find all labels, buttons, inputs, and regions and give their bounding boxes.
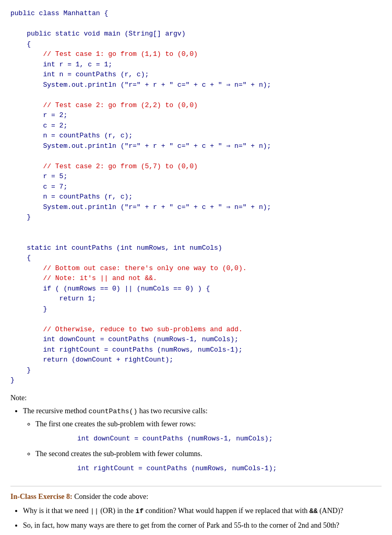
code-line: int rightCount = countPaths (numRows, nu… bbox=[10, 345, 382, 355]
code-line-comment: // Note: it's || and not &&. bbox=[10, 273, 382, 284]
code-line: if ( (numRows == 0) || (numCols == 0) ) … bbox=[10, 284, 382, 294]
code-line: { bbox=[10, 39, 382, 50]
exercise-bullet-1: Why is it that we need || (OR) in the if… bbox=[23, 505, 382, 517]
code-line-comment: // Test case 1: go from (1,1) to (0,0) bbox=[10, 49, 382, 60]
code-line bbox=[10, 314, 382, 324]
code-line-comment: // Test case 2: go from (5,7) to (0,0) bbox=[10, 161, 382, 172]
code-line-comment: // Test case 2: go from (2,2) to (0,0) bbox=[10, 100, 382, 111]
exercise-header: In-Class Exercise 8: Consider the code a… bbox=[10, 493, 382, 501]
note-label: Note: bbox=[10, 394, 382, 402]
code-line: r = 2; bbox=[10, 110, 382, 121]
code-line: n = countPaths (r, c); bbox=[10, 131, 382, 141]
code-line: } bbox=[10, 304, 382, 315]
note-sub-bullet-1: The first one creates the sub-problem wi… bbox=[35, 418, 382, 444]
exercise-section: In-Class Exercise 8: Consider the code a… bbox=[10, 486, 382, 531]
code-line bbox=[10, 90, 382, 100]
if-keyword: if bbox=[135, 507, 144, 515]
code-line: System.out.println ("r=" + r + " c=" + c… bbox=[10, 80, 382, 90]
code-example-downcount: int downCount = countPaths (numRows-1, n… bbox=[77, 434, 382, 444]
code-line: } bbox=[10, 375, 382, 386]
code-line: c = 2; bbox=[10, 121, 382, 131]
note-bullet-1: The recursive method countPaths() has tw… bbox=[23, 405, 382, 474]
note-bullets: The recursive method countPaths() has tw… bbox=[23, 405, 382, 474]
code-line: { bbox=[10, 253, 382, 263]
code-line: r = 5; bbox=[10, 171, 382, 182]
or-operator: || bbox=[90, 507, 99, 515]
exercise-bullet-2: So, in fact, how many ways are there to … bbox=[23, 520, 382, 531]
and-operator: && bbox=[310, 507, 318, 515]
code-line-comment: // Otherwise, reduce to two sub-problems… bbox=[10, 324, 382, 335]
note-sub-bullet-2: The second creates the sub-problem with … bbox=[35, 448, 382, 474]
code-container: public class Manhattan { public static v… bbox=[10, 8, 382, 386]
code-line: c = 7; bbox=[10, 182, 382, 192]
code-line bbox=[10, 223, 382, 233]
exercise-label: In-Class Exercise 8: bbox=[10, 493, 73, 501]
code-line: n = countPaths (r, c); bbox=[10, 192, 382, 202]
code-line: } bbox=[10, 212, 382, 223]
code-line: int n = countPaths (r, c); bbox=[10, 69, 382, 80]
code-line: public class Manhattan { bbox=[10, 8, 382, 19]
code-example-rightcount: int rightCount = countPaths (numRows, nu… bbox=[77, 463, 382, 474]
code-line bbox=[10, 19, 382, 29]
code-line: } bbox=[10, 365, 382, 376]
exercise-intro: Consider the code above: bbox=[74, 493, 148, 501]
code-line: int r = 1, c = 1; bbox=[10, 60, 382, 70]
code-line: return (downCount + rightCount); bbox=[10, 355, 382, 365]
code-line bbox=[10, 151, 382, 161]
code-line: int downCount = countPaths (numRows-1, n… bbox=[10, 334, 382, 345]
inline-code-countpaths: countPaths() bbox=[89, 408, 138, 415]
code-line bbox=[10, 232, 382, 243]
code-line: return 1; bbox=[10, 294, 382, 304]
code-line-comment: // Bottom out case: there's only one way… bbox=[10, 263, 382, 274]
exercise-bullet-list: Why is it that we need || (OR) in the if… bbox=[23, 505, 382, 531]
java-code: public class Manhattan { public static v… bbox=[10, 8, 382, 386]
code-line: System.out.println ("r=" + r + " c=" + c… bbox=[10, 202, 382, 213]
code-line: static int countPaths (int numRows, int … bbox=[10, 243, 382, 253]
note-sub-bullets: The first one creates the sub-problem wi… bbox=[35, 418, 382, 473]
note-section: Note: The recursive method countPaths() … bbox=[10, 394, 382, 474]
code-line: public static void main (String[] argv) bbox=[10, 29, 382, 39]
code-line: System.out.println ("r=" + r + " c=" + c… bbox=[10, 141, 382, 152]
